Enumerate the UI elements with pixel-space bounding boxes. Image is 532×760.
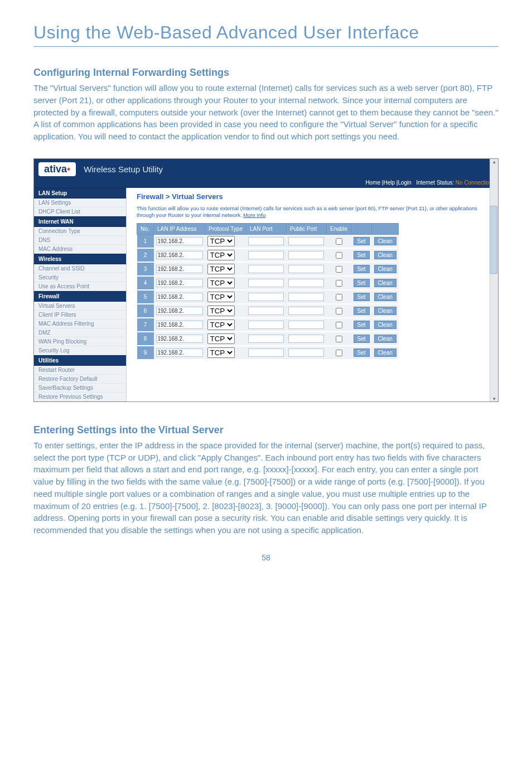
topbar-home[interactable]: Home	[365, 180, 380, 186]
sidebar-item[interactable]: WAN Ping Blocking	[34, 337, 126, 346]
lan-ip-input[interactable]	[156, 293, 203, 301]
set-button[interactable]: Set	[354, 307, 370, 315]
set-button[interactable]: Set	[354, 251, 370, 259]
more-info-link[interactable]: More Info	[243, 212, 265, 218]
public-port-input[interactable]	[288, 251, 324, 259]
set-button[interactable]: Set	[354, 348, 370, 357]
sidebar-section-header[interactable]: Wireless	[34, 254, 126, 264]
set-button[interactable]: Set	[354, 265, 370, 273]
scroll-down-icon[interactable]: ▾	[493, 396, 496, 401]
lan-ip-input[interactable]	[156, 237, 203, 245]
scroll-up-icon[interactable]: ▴	[493, 159, 496, 164]
topbar-status-value: No Connection	[456, 180, 492, 186]
protocol-select[interactable]: TCP	[207, 306, 235, 316]
public-port-input[interactable]	[288, 348, 324, 357]
lan-port-input[interactable]	[248, 307, 284, 315]
sidebar-item[interactable]: Channel and SSID	[34, 264, 126, 273]
sidebar-item[interactable]: Restore Previous Settings	[34, 393, 126, 401]
sidebar-item[interactable]: Client IP Filters	[34, 311, 126, 320]
topbar-status-label: Internet Status:	[416, 180, 454, 186]
sidebar-item[interactable]: Use as Access Point	[34, 282, 126, 291]
enable-checkbox[interactable]	[336, 280, 342, 287]
lan-ip-input[interactable]	[156, 335, 203, 343]
table-row: 4TCPSetClean	[137, 276, 399, 290]
lan-ip-input[interactable]	[156, 265, 203, 273]
sidebar-item[interactable]: MAC Address Filtering	[34, 320, 126, 328]
scroll-thumb[interactable]	[490, 206, 497, 274]
lan-ip-input[interactable]	[156, 307, 203, 315]
protocol-select[interactable]: TCP	[207, 264, 235, 274]
breadcrumb: Firewall > Virtual Servers	[137, 192, 491, 201]
sidebar-item[interactable]: MAC Address	[34, 245, 126, 254]
clean-button[interactable]: Clean	[374, 251, 396, 259]
protocol-select[interactable]: TCP	[207, 347, 235, 358]
clean-button[interactable]: Clean	[374, 348, 396, 357]
sidebar-item[interactable]: Restore Factory Default	[34, 375, 126, 384]
sidebar-item[interactable]: Security Log	[34, 346, 126, 355]
sidebar-item[interactable]: DHCP Client List	[34, 207, 126, 216]
set-button[interactable]: Set	[354, 237, 370, 245]
clean-button[interactable]: Clean	[374, 279, 396, 287]
protocol-select[interactable]: TCP	[207, 292, 235, 302]
lan-port-input[interactable]	[248, 237, 284, 245]
clean-button[interactable]: Clean	[374, 307, 396, 315]
protocol-select[interactable]: TCP	[207, 320, 235, 330]
public-port-input[interactable]	[288, 237, 324, 245]
set-button[interactable]: Set	[354, 279, 370, 287]
enable-checkbox[interactable]	[336, 308, 342, 314]
sidebar-section-header[interactable]: Internet WAN	[34, 216, 126, 227]
public-port-input[interactable]	[288, 279, 324, 287]
sidebar-section-header[interactable]: LAN Setup	[34, 188, 126, 199]
sidebar-item[interactable]: Connection Type	[34, 227, 126, 236]
public-port-input[interactable]	[288, 307, 324, 315]
clean-button[interactable]: Clean	[374, 335, 396, 343]
lan-ip-input[interactable]	[156, 251, 203, 259]
public-port-input[interactable]	[288, 335, 324, 343]
scrollbar[interactable]: ▴ ▾	[490, 159, 498, 401]
set-button[interactable]: Set	[354, 335, 370, 343]
enable-checkbox[interactable]	[336, 336, 342, 342]
sidebar-item[interactable]: DMZ	[34, 328, 126, 337]
sidebar-item[interactable]: Save/Backup Settings	[34, 384, 126, 393]
sidebar-item[interactable]: LAN Settings	[34, 199, 126, 207]
table-header-cell: LAN Port	[246, 224, 286, 235]
enable-checkbox[interactable]	[336, 238, 342, 245]
set-button[interactable]: Set	[354, 321, 370, 329]
lan-port-input[interactable]	[248, 335, 284, 343]
enable-checkbox[interactable]	[336, 266, 342, 273]
enable-checkbox[interactable]	[336, 350, 342, 356]
lan-ip-input[interactable]	[156, 279, 203, 287]
topbar-help[interactable]: Help	[383, 180, 395, 186]
public-port-input[interactable]	[288, 293, 324, 301]
protocol-select[interactable]: TCP	[207, 333, 235, 344]
lan-port-input[interactable]	[248, 348, 284, 357]
sidebar-item[interactable]: Security	[34, 273, 126, 282]
sidebar-item[interactable]: Virtual Servers	[34, 302, 126, 311]
lan-ip-input[interactable]	[156, 348, 203, 357]
topbar-login[interactable]: Login	[398, 180, 411, 186]
clean-button[interactable]: Clean	[374, 237, 396, 245]
lan-ip-input[interactable]	[156, 321, 203, 329]
protocol-select[interactable]: TCP	[207, 278, 235, 288]
protocol-select[interactable]: TCP	[207, 250, 235, 260]
clean-button[interactable]: Clean	[374, 321, 396, 329]
set-button[interactable]: Set	[354, 293, 370, 301]
clean-button[interactable]: Clean	[374, 293, 396, 301]
sidebar-item[interactable]: Restart Router	[34, 366, 126, 375]
enable-checkbox[interactable]	[336, 322, 342, 328]
public-port-input[interactable]	[288, 321, 324, 329]
sidebar-section-header[interactable]: Firewall	[34, 291, 126, 302]
lan-port-input[interactable]	[248, 321, 284, 329]
public-port-input[interactable]	[288, 265, 324, 273]
lan-port-input[interactable]	[248, 265, 284, 273]
lan-port-input[interactable]	[248, 251, 284, 259]
enable-checkbox[interactable]	[336, 294, 342, 301]
lan-port-input[interactable]	[248, 293, 284, 301]
sidebar-item[interactable]: DNS	[34, 236, 126, 245]
sidebar-section-header[interactable]: Utilities	[34, 355, 126, 366]
section2-body: To enter settings, enter the IP address …	[33, 439, 499, 536]
protocol-select[interactable]: TCP	[207, 236, 235, 246]
lan-port-input[interactable]	[248, 279, 284, 287]
enable-checkbox[interactable]	[336, 252, 342, 259]
clean-button[interactable]: Clean	[374, 265, 396, 273]
